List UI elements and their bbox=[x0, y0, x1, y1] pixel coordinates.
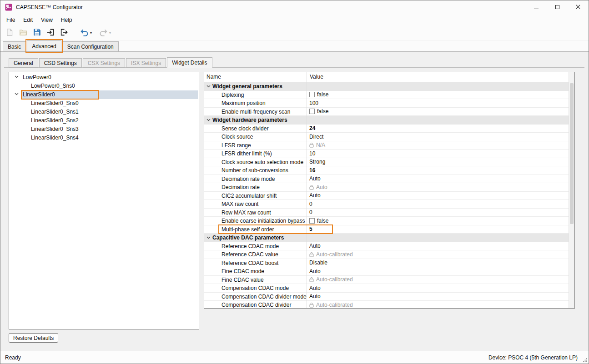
param-value[interactable]: N/A bbox=[309, 141, 325, 150]
param-name: Compensation CDAC divider mode bbox=[222, 293, 307, 301]
parameters-rows: Widget general parametersDiplexingfalseM… bbox=[204, 82, 569, 308]
param-row-compensation-cdac-mode: Compensation CDAC modeAuto bbox=[204, 284, 569, 293]
param-value[interactable]: 16 bbox=[309, 166, 315, 175]
device-label: Device: PSOC 4 (5th Generation LP) bbox=[488, 354, 578, 361]
param-value[interactable]: false bbox=[309, 217, 328, 225]
checkbox-unchecked[interactable] bbox=[309, 92, 315, 97]
sub-tab-bar: GeneralCSD SettingsCSX SettingsISX Setti… bbox=[9, 57, 213, 68]
tree-item-linearslider0-sns1[interactable]: LinearSlider0_Sns1 bbox=[9, 108, 199, 116]
param-row-lfsr-range: LFSR rangeN/A bbox=[204, 141, 569, 150]
param-name: Compensation CDAC mode bbox=[222, 284, 289, 292]
param-value[interactable]: Strong bbox=[309, 158, 325, 166]
param-name: LFSR dither limit (%) bbox=[222, 150, 272, 158]
param-row-fine-cdac-mode: Fine CDAC modeAuto bbox=[204, 267, 569, 276]
chevron-down-icon[interactable] bbox=[206, 119, 211, 121]
param-value[interactable]: 24 bbox=[309, 125, 315, 133]
chevron-down-icon[interactable] bbox=[206, 85, 211, 88]
tab-general[interactable]: General bbox=[9, 58, 38, 68]
param-row-reference-cdac-mode: Reference CDAC modeAuto bbox=[204, 242, 569, 251]
param-value[interactable]: 100 bbox=[309, 99, 318, 107]
tree-item-lowpower0[interactable]: LowPower0 bbox=[9, 73, 199, 82]
param-name: Multi-phase self order bbox=[222, 225, 274, 234]
resize-grip[interactable] bbox=[583, 358, 588, 363]
tree-item-label: LinearSlider0_Sns1 bbox=[31, 108, 79, 116]
param-row-row-max-raw-count: Row MAX raw count0 bbox=[204, 209, 569, 217]
param-value[interactable]: Auto bbox=[309, 242, 321, 250]
param-value[interactable]: 5 bbox=[309, 225, 312, 234]
chevron-down-icon[interactable] bbox=[206, 236, 211, 239]
param-row-diplexing: Diplexingfalse bbox=[204, 91, 569, 100]
param-value[interactable]: Auto-calibrated bbox=[309, 301, 353, 309]
menu-help[interactable]: Help bbox=[57, 15, 76, 25]
new-document-icon bbox=[5, 28, 14, 38]
chevron-down-icon[interactable] bbox=[15, 93, 19, 95]
menu-file[interactable]: File bbox=[2, 15, 19, 25]
param-value[interactable]: Auto bbox=[309, 284, 321, 292]
tree-item-label: LowPower0_Sns0 bbox=[31, 82, 75, 90]
param-row-enable-coarse-initialization-bypass: Enable coarse initialization bypassfalse bbox=[204, 217, 569, 225]
close-button[interactable] bbox=[568, 0, 589, 14]
param-value[interactable]: Auto bbox=[309, 175, 321, 183]
param-row-number-of-sub-conversions: Number of sub-conversions16 bbox=[204, 166, 569, 175]
param-name: Reference CDAC mode bbox=[222, 242, 279, 250]
tab-basic[interactable]: Basic bbox=[3, 41, 26, 51]
tree-item-linearslider0-sns4[interactable]: LinearSlider0_Sns4 bbox=[9, 134, 199, 142]
param-name: Decimation rate mode bbox=[222, 175, 275, 183]
undo-icon bbox=[80, 29, 89, 38]
maximize-button[interactable] bbox=[547, 0, 568, 14]
param-value[interactable]: Auto bbox=[309, 267, 321, 275]
param-value[interactable]: Auto-calibrated bbox=[309, 276, 353, 284]
main-tab-bar: BasicAdvancedScan Configuration bbox=[0, 40, 589, 51]
minimize-button[interactable] bbox=[526, 0, 547, 14]
param-value[interactable]: Auto bbox=[309, 183, 327, 191]
menu-edit[interactable]: Edit bbox=[19, 15, 37, 25]
param-value[interactable]: 10 bbox=[309, 150, 315, 158]
section-title: Capacitive DAC parameters bbox=[212, 234, 284, 242]
scrollbar-thumb[interactable] bbox=[570, 83, 574, 224]
param-name: Reference CDAC value bbox=[222, 250, 278, 259]
param-name: LFSR range bbox=[222, 141, 251, 150]
tree-item-linearslider0-sns3[interactable]: LinearSlider0_Sns3 bbox=[9, 125, 199, 134]
redo-button: ▾ bbox=[96, 27, 114, 39]
save-button[interactable] bbox=[30, 27, 43, 39]
param-value[interactable]: Auto bbox=[309, 192, 321, 200]
tree-item-label: LowPower0 bbox=[23, 73, 51, 82]
param-value[interactable]: Disable bbox=[309, 259, 327, 267]
param-name: Number of sub-conversions bbox=[222, 166, 288, 175]
undo-button[interactable]: ▾ bbox=[77, 27, 95, 39]
param-value[interactable]: 0 bbox=[309, 200, 312, 208]
open-folder-icon bbox=[19, 28, 27, 38]
chevron-down-icon[interactable] bbox=[15, 75, 19, 78]
tab-widget-details[interactable]: Widget Details bbox=[167, 57, 212, 68]
tree-item-linearslider0[interactable]: LinearSlider0 bbox=[9, 90, 199, 99]
tab-advanced[interactable]: Advanced bbox=[27, 40, 61, 51]
section-capacitive-dac-parameters[interactable]: Capacitive DAC parameters bbox=[204, 234, 569, 242]
dropdown-caret-icon[interactable]: ▾ bbox=[90, 31, 92, 35]
tree-item-label: LinearSlider0_Sns3 bbox=[31, 125, 79, 134]
param-value[interactable]: false bbox=[309, 91, 328, 99]
restore-defaults-button[interactable]: Restore Defaults bbox=[9, 333, 58, 343]
section-widget-general-parameters[interactable]: Widget general parameters bbox=[204, 82, 569, 91]
tree-item-linearslider0-sns0[interactable]: LinearSlider0_Sns0 bbox=[9, 99, 199, 108]
param-value[interactable]: Auto bbox=[309, 293, 321, 301]
param-value[interactable]: Direct bbox=[309, 133, 323, 141]
param-name: Reference CDAC boost bbox=[222, 259, 278, 267]
param-value[interactable]: Auto-calibrated bbox=[309, 250, 353, 259]
tree-item-label: LinearSlider0 bbox=[23, 90, 55, 99]
tab-csd-settings[interactable]: CSD Settings bbox=[39, 58, 82, 68]
tab-scan-configuration[interactable]: Scan Configuration bbox=[62, 41, 119, 51]
import-button[interactable] bbox=[44, 27, 57, 39]
export-button[interactable] bbox=[58, 27, 70, 39]
locked-value-text: Auto bbox=[316, 184, 327, 190]
tree-item-linearslider0-sns2[interactable]: LinearSlider0_Sns2 bbox=[9, 116, 199, 125]
table-scrollbar[interactable] bbox=[569, 72, 574, 308]
param-value[interactable]: 0 bbox=[309, 209, 312, 217]
menu-view[interactable]: View bbox=[37, 15, 57, 25]
open-folder-button bbox=[17, 27, 30, 39]
param-value[interactable]: false bbox=[309, 108, 328, 116]
section-widget-hardware-parameters[interactable]: Widget hardware parameters bbox=[204, 116, 569, 125]
param-name: Row MAX raw count bbox=[222, 209, 271, 217]
tree-item-lowpower0-sns0[interactable]: LowPower0_Sns0 bbox=[9, 82, 199, 90]
checkbox-unchecked[interactable] bbox=[309, 218, 315, 224]
checkbox-unchecked[interactable] bbox=[309, 109, 315, 114]
